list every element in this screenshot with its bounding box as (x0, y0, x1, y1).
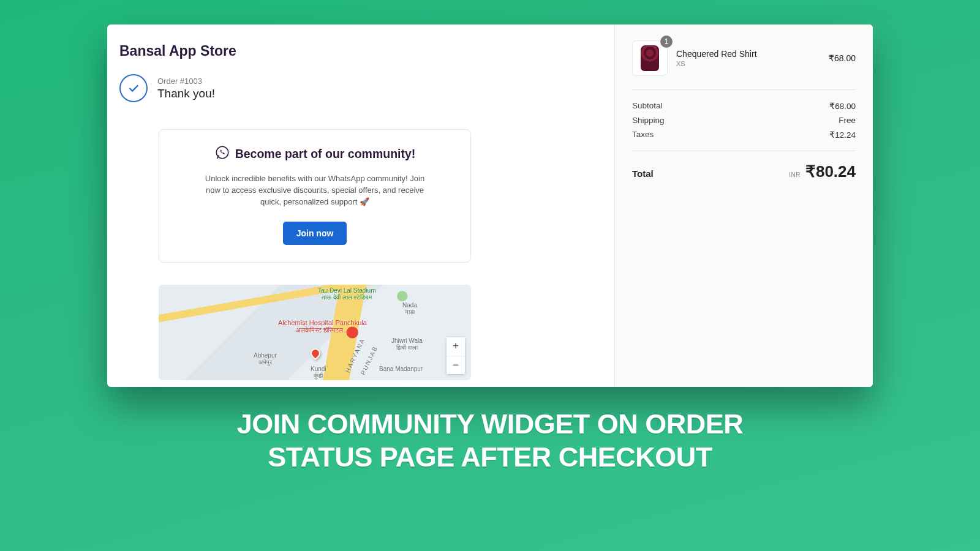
map-zoom-controls: + − (447, 337, 465, 374)
promo-caption: JOIN COMMUNITY WIDGET ON ORDER STATUS PA… (0, 408, 980, 474)
total-label: Total (632, 168, 654, 179)
map-label-stadium: Tau Devi Lal Stadiumताऊ देवी लाल स्टेडिय… (318, 287, 376, 301)
shipping-row: Shipping Free (632, 113, 856, 127)
checkmark-icon (119, 74, 148, 102)
order-text: Order #1003 Thank you! (157, 77, 215, 100)
map-label-abhepur: Abhepurअभेपुर (254, 352, 277, 365)
taxes-value: ₹12.24 (829, 130, 856, 140)
checkout-window: Bansal App Store Order #1003 Thank you! (107, 24, 873, 387)
cart-line-item: 1 Chequered Red Shirt XS ₹68.00 (632, 37, 856, 89)
community-card: Become part of our community! Unlock inc… (159, 129, 471, 263)
map-label-punjab: PUNJAB (360, 344, 379, 375)
map-label-kundi: Kundiकुंडी (311, 365, 326, 379)
map-label-nada: Nadaनाडा (402, 302, 417, 315)
store-name: Bansal App Store (119, 43, 590, 59)
map-label-hospital: Alchemist Hospital Panchkulaअलकेमिस्ट हॉ… (278, 319, 367, 334)
shipping-value: Free (839, 116, 856, 125)
order-summary: 1 Chequered Red Shirt XS ₹68.00 Subtotal… (614, 24, 873, 387)
taxes-row: Taxes ₹12.24 (632, 127, 856, 142)
map-label-bana: Bana Madanpur (379, 365, 423, 372)
map-canvas: Tau Devi Lal Stadiumताऊ देवी लाल स्टेडिय… (159, 285, 471, 380)
product-name: Chequered Red Shirt (676, 49, 757, 59)
shipping-label: Shipping (632, 116, 665, 125)
caption-line-1: JOIN COMMUNITY WIDGET ON ORDER (237, 408, 744, 440)
community-description: Unlock incredible benefits with our What… (187, 173, 442, 208)
subtotal-label: Subtotal (632, 101, 663, 111)
thank-you: Thank you! (157, 87, 215, 100)
zoom-in-button[interactable]: + (447, 337, 465, 356)
order-header: Order #1003 Thank you! (119, 74, 590, 102)
qty-badge: 1 (660, 36, 673, 48)
product-info: Chequered Red Shirt XS (676, 49, 757, 67)
community-title: Become part of our community! (187, 144, 442, 163)
order-number: Order #1003 (157, 77, 215, 86)
subtotal-value: ₹68.00 (829, 101, 856, 111)
community-title-text: Become part of our community! (235, 147, 416, 161)
product-thumb: 1 (632, 40, 668, 76)
zoom-out-button[interactable]: − (447, 356, 465, 374)
total-currency: INR (789, 171, 801, 178)
totals: Subtotal ₹68.00 Shipping Free Taxes ₹12.… (632, 89, 856, 181)
map-pin-icon (309, 346, 323, 360)
join-now-button[interactable]: Join now (283, 222, 347, 245)
whatsapp-icon (214, 144, 230, 163)
map-label-jhiwri: Jhiwri Walaझिबी वाला (391, 337, 423, 351)
map[interactable]: Tau Devi Lal Stadiumताऊ देवी लाल स्टेडिय… (159, 285, 471, 380)
total-row: Total INR₹80.24 (632, 151, 856, 181)
left-column: Bansal App Store Order #1003 Thank you! (107, 24, 614, 387)
subtotal-row: Subtotal ₹68.00 (632, 99, 856, 113)
product-price: ₹68.00 (829, 53, 856, 63)
product-variant: XS (676, 60, 757, 67)
caption-line-2: STATUS PAGE AFTER CHECKOUT (268, 441, 712, 473)
taxes-label: Taxes (632, 130, 654, 140)
total-value: ₹80.24 (805, 162, 856, 181)
